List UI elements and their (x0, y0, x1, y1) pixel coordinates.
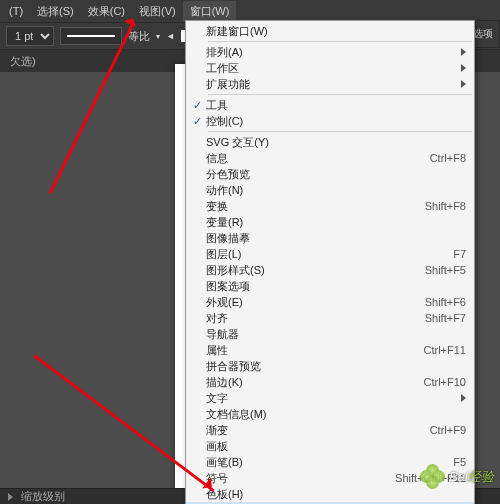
menu-item-shortcut: Shift+F5 (417, 264, 466, 276)
menu-item-label: 工作区 (206, 61, 455, 76)
menu-item[interactable]: 图像描摹 (186, 230, 474, 246)
menu-item-shortcut: Ctrl+F10 (416, 376, 467, 388)
menu-item-label: 动作(N) (206, 183, 466, 198)
menu-item[interactable]: 变量(R) (186, 214, 474, 230)
menu-item-shortcut: Ctrl+F9 (422, 424, 466, 436)
menu-item-label: 新建窗口(W) (206, 24, 466, 39)
menu-item-label: 属性 (206, 343, 416, 358)
menu-item[interactable]: 渐变Ctrl+F9 (186, 422, 474, 438)
submenu-arrow-icon (461, 48, 466, 56)
menu-item-label: 排列(A) (206, 45, 455, 60)
menu-item[interactable]: 画板 (186, 438, 474, 454)
menu-item[interactable]: ✓控制(C) (186, 113, 474, 129)
menu-item[interactable]: 属性Ctrl+F11 (186, 342, 474, 358)
menu-item[interactable]: 描边(K)Ctrl+F10 (186, 374, 474, 390)
menu-item[interactable]: 工作区 (186, 60, 474, 76)
menu-item-label: 画笔(B) (206, 455, 445, 470)
check-icon: ✓ (188, 115, 206, 128)
submenu-arrow-icon (461, 64, 466, 72)
menu-item-label: 信息 (206, 151, 422, 166)
menu-item-label: 文字 (206, 391, 455, 406)
check-icon: ✓ (188, 99, 206, 112)
menu-item[interactable]: 变换Shift+F8 (186, 198, 474, 214)
menu-separator (208, 41, 472, 42)
menu-item-label: 图案选项 (206, 279, 466, 294)
menu-item[interactable]: 图层(L)F7 (186, 246, 474, 262)
menu-item-shortcut: Shift+F8 (417, 200, 466, 212)
menu-item[interactable]: 排列(A) (186, 44, 474, 60)
menu-item[interactable]: 对齐Shift+F7 (186, 310, 474, 326)
menu-item[interactable]: 分色预览 (186, 166, 474, 182)
submenu-arrow-icon (461, 80, 466, 88)
menu-item[interactable]: 动作(N) (186, 182, 474, 198)
menu-item-label: 图形样式(S) (206, 263, 417, 278)
menu-item-0[interactable]: (T) (2, 2, 30, 20)
menu-item-label: SVG 交互(Y) (206, 135, 466, 150)
menu-item[interactable]: 拼合器预览 (186, 358, 474, 374)
menu-item-shortcut: Ctrl+F8 (422, 152, 466, 164)
menu-item[interactable]: 图形样式(S)Shift+F5 (186, 262, 474, 278)
menu-item-label: 导航器 (206, 327, 466, 342)
menu-item-label: 拼合器预览 (206, 359, 466, 374)
menu-item-label: 符号 (206, 471, 387, 486)
menu-item-label: 画板 (206, 439, 466, 454)
menubar: (T)选择(S)效果(C)视图(V)窗口(W) (0, 0, 500, 22)
menu-item-shortcut: Shift+F7 (417, 312, 466, 324)
stroke-preview[interactable] (60, 27, 122, 45)
menu-item-label: 图像描摹 (206, 231, 466, 246)
menu-item-4[interactable]: 窗口(W) (183, 1, 237, 22)
menu-item[interactable]: 文档信息(M) (186, 406, 474, 422)
menu-item[interactable]: 外观(E)Shift+F6 (186, 294, 474, 310)
document-tab[interactable]: 欠选) (10, 54, 36, 69)
menu-item[interactable]: 导航器 (186, 326, 474, 342)
submenu-arrow-icon (461, 394, 466, 402)
menu-item[interactable]: ✓工具 (186, 97, 474, 113)
menu-item-label: 变量(R) (206, 215, 466, 230)
stroke-profile-label: 等比 (128, 29, 150, 44)
menu-separator (208, 131, 472, 132)
menu-item-label: 外观(E) (206, 295, 417, 310)
menu-item-label: 渐变 (206, 423, 422, 438)
menu-item[interactable]: 信息Ctrl+F8 (186, 150, 474, 166)
status-label: 缩放级别 (21, 489, 65, 504)
status-expand-icon[interactable] (8, 493, 13, 501)
menu-item-1[interactable]: 选择(S) (30, 1, 81, 22)
menu-item[interactable]: SVG 交互(Y) (186, 134, 474, 150)
menu-item-shortcut: Ctrl+F11 (416, 344, 467, 356)
menu-item-label: 对齐 (206, 311, 417, 326)
clover-icon (420, 464, 446, 490)
prev-icon[interactable]: ◄ (166, 31, 175, 41)
menu-item[interactable]: 图案选项 (186, 278, 474, 294)
menu-item[interactable]: 扩展功能 (186, 76, 474, 92)
window-menu: 新建窗口(W)排列(A)工作区扩展功能✓工具✓控制(C)SVG 交互(Y)信息C… (185, 20, 475, 504)
watermark: Bai经验 (420, 464, 494, 490)
menu-item-label: 工具 (206, 98, 466, 113)
menu-item-label: 描边(K) (206, 375, 416, 390)
menu-item-label: 变换 (206, 199, 417, 214)
menu-item-shortcut: Shift+F6 (417, 296, 466, 308)
menu-item[interactable]: 文字 (186, 390, 474, 406)
menu-item-label: 分色预览 (206, 167, 466, 182)
menu-separator (208, 94, 472, 95)
dropdown-icon[interactable]: ▾ (156, 32, 160, 41)
menu-item-label: 扩展功能 (206, 77, 455, 92)
stroke-weight-select[interactable]: 1 pt (6, 26, 54, 46)
menu-item-shortcut: F7 (445, 248, 466, 260)
menu-item[interactable]: 新建窗口(W) (186, 23, 474, 39)
watermark-text: Bai经验 (449, 468, 494, 486)
menu-item-label: 图层(L) (206, 247, 445, 262)
menu-item-label: 文档信息(M) (206, 407, 466, 422)
menu-item-label: 控制(C) (206, 114, 466, 129)
